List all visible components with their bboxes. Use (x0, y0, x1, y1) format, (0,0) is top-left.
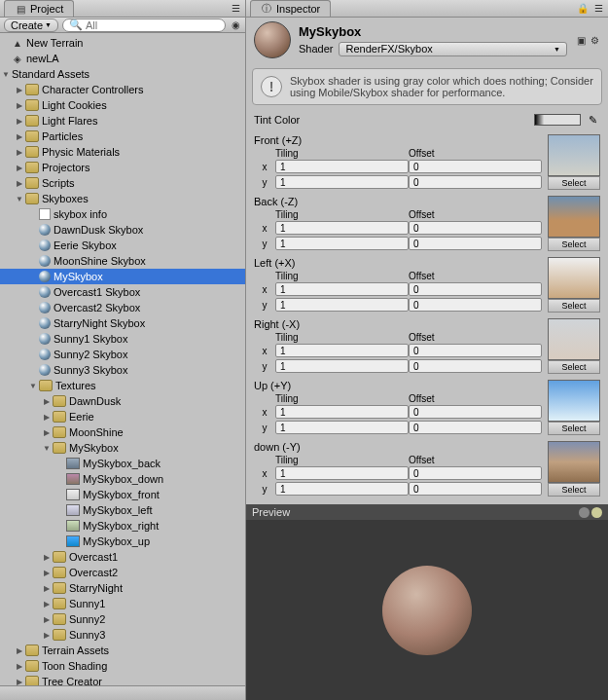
tiling-x-input[interactable] (275, 160, 409, 173)
offset-x-input[interactable] (409, 221, 542, 235)
tree-item[interactable]: Sunny3 Skybox (0, 362, 245, 378)
lock-icon[interactable]: 🔒 (577, 3, 589, 15)
tree-item[interactable]: ▶Character Controllers (0, 82, 245, 97)
tree-item[interactable]: skybox info (0, 206, 245, 222)
arrow-right-icon[interactable]: ▶ (14, 179, 25, 188)
tree-item[interactable]: MySkybox_right (0, 518, 245, 534)
tiling-x-input[interactable] (275, 344, 409, 357)
tiling-x-input[interactable] (275, 282, 409, 296)
arrow-right-icon[interactable]: ▶ (14, 117, 25, 126)
tree-item[interactable]: ▶Terrain Assets (0, 643, 245, 658)
tree-item-new-terrain[interactable]: ▲New Terrain (0, 35, 245, 51)
arrow-right-icon[interactable]: ▶ (41, 615, 53, 624)
eyedropper-icon[interactable]: ✎ (589, 114, 600, 127)
tree-item[interactable]: Overcast2 Skybox (0, 300, 245, 315)
tree-item[interactable]: ▶Overcast2 (0, 565, 245, 580)
tiling-y-input[interactable] (275, 482, 409, 496)
inspector-tab[interactable]: ⓘ Inspector (250, 0, 331, 17)
tree-item[interactable]: ▶DawnDusk (0, 393, 245, 409)
tree-item[interactable]: ▶Physic Materials (0, 144, 245, 160)
tree-item[interactable]: MySkybox_down (0, 471, 245, 487)
create-button[interactable]: Create ▼ (4, 18, 58, 32)
tree-item[interactable]: ▶Light Flares (0, 113, 245, 129)
arrow-right-icon[interactable]: ▶ (41, 553, 53, 562)
tree-item[interactable]: ▶Scripts (0, 175, 245, 191)
tree-item[interactable]: ▶Sunny1 (0, 596, 245, 611)
tree-item[interactable]: ▶Particles (0, 129, 245, 144)
offset-x-input[interactable] (409, 466, 542, 480)
preview-header[interactable]: Preview (246, 504, 608, 520)
offset-y-input[interactable] (409, 421, 542, 434)
tree-item-skyboxes[interactable]: ▼Skyboxes (0, 191, 245, 206)
arrow-down-icon[interactable]: ▼ (0, 70, 12, 79)
tree-item[interactable]: ▶Tree Creator (0, 674, 245, 685)
arrow-right-icon[interactable]: ▶ (41, 600, 53, 608)
tiling-x-input[interactable] (275, 405, 409, 419)
offset-y-input[interactable] (409, 175, 542, 189)
offset-y-input[interactable] (409, 298, 542, 312)
tree-item[interactable]: ▶StarryNight (0, 580, 245, 596)
tree-item[interactable]: ▶Overcast1 (0, 549, 245, 565)
tree-item[interactable]: ▶Sunny2 (0, 611, 245, 627)
arrow-right-icon[interactable]: ▶ (14, 164, 25, 172)
tree-item[interactable]: MySkybox_front (0, 487, 245, 502)
offset-x-input[interactable] (409, 282, 542, 296)
help-icon[interactable]: ▣ (575, 34, 587, 46)
select-button[interactable]: Select (548, 238, 600, 251)
tiling-x-input[interactable] (275, 221, 409, 235)
sphere-mode-icon[interactable] (579, 507, 590, 518)
tree-item-standard-assets[interactable]: ▼Standard Assets (0, 66, 245, 82)
texture-thumbnail[interactable] (548, 257, 600, 299)
tree-item-myskybox[interactable]: MySkybox (0, 269, 245, 284)
tree-item[interactable]: Overcast1 Skybox (0, 284, 245, 300)
tree-item-textures[interactable]: ▼Textures (0, 378, 245, 393)
tree-item[interactable]: ▶Light Cookies (0, 97, 245, 113)
tree-item[interactable]: ▶Toon Shading (0, 658, 245, 674)
tree-item-myskybox-folder[interactable]: ▼MySkybox (0, 440, 245, 456)
panel-menu-icon[interactable]: ☰ (230, 3, 241, 15)
panel-menu-icon[interactable]: ☰ (592, 3, 604, 15)
arrow-right-icon[interactable]: ▶ (14, 132, 25, 141)
arrow-right-icon[interactable]: ▶ (14, 101, 25, 110)
tree-item[interactable]: DawnDusk Skybox (0, 222, 245, 238)
tiling-x-input[interactable] (275, 466, 409, 480)
offset-y-input[interactable] (409, 237, 542, 250)
arrow-right-icon[interactable]: ▶ (41, 397, 53, 406)
tree-item[interactable]: ▶Sunny3 (0, 627, 245, 643)
texture-thumbnail[interactable] (548, 380, 600, 422)
texture-thumbnail[interactable] (548, 134, 600, 176)
search-input[interactable]: 🔍 All (62, 18, 226, 32)
tiling-y-input[interactable] (275, 237, 409, 250)
arrow-right-icon[interactable]: ▶ (41, 413, 53, 422)
texture-thumbnail[interactable] (548, 196, 600, 238)
tree-item[interactable]: ▶Eerie (0, 409, 245, 424)
select-button[interactable]: Select (548, 176, 600, 190)
select-button[interactable]: Select (548, 422, 600, 435)
tree-item[interactable]: MySkybox_back (0, 456, 245, 471)
arrow-right-icon[interactable]: ▶ (41, 428, 53, 437)
arrow-down-icon[interactable]: ▼ (14, 195, 25, 203)
tiling-y-input[interactable] (275, 421, 409, 434)
arrow-down-icon[interactable]: ▼ (27, 382, 39, 390)
tiling-y-input[interactable] (275, 359, 409, 373)
tree-item[interactable]: Eerie Skybox (0, 238, 245, 253)
tree-item-newla[interactable]: ◈newLA (0, 51, 245, 66)
arrow-right-icon[interactable]: ▶ (14, 678, 25, 686)
tint-color-swatch[interactable] (534, 114, 581, 126)
tree-item[interactable]: MySkybox_up (0, 534, 245, 549)
offset-x-input[interactable] (409, 344, 542, 357)
offset-y-input[interactable] (409, 359, 542, 373)
arrow-right-icon[interactable]: ▶ (14, 646, 25, 655)
arrow-down-icon[interactable]: ▼ (41, 444, 53, 453)
select-button[interactable]: Select (548, 360, 600, 374)
tiling-y-input[interactable] (275, 175, 409, 189)
arrow-right-icon[interactable]: ▶ (14, 148, 25, 157)
preview-area[interactable] (246, 520, 608, 700)
tree-item[interactable]: Sunny2 Skybox (0, 347, 245, 362)
offset-y-input[interactable] (409, 482, 542, 496)
tree-item[interactable]: MySkybox_left (0, 502, 245, 518)
gear-icon[interactable]: ⚙ (589, 34, 600, 46)
tree-item[interactable]: Sunny1 Skybox (0, 331, 245, 347)
tree-item[interactable]: ▶Projectors (0, 160, 245, 175)
select-button[interactable]: Select (548, 483, 600, 497)
